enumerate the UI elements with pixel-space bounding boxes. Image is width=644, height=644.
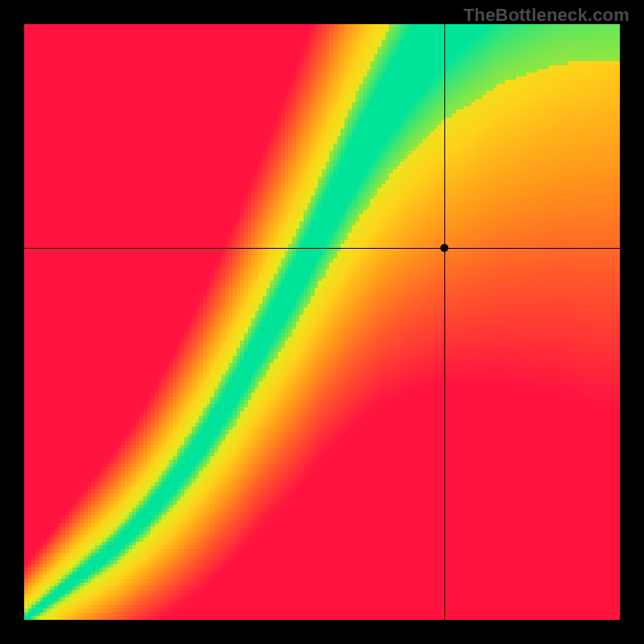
watermark-text: TheBottleneck.com xyxy=(464,5,630,26)
crosshair-vertical xyxy=(444,24,445,620)
heatmap-plot xyxy=(24,24,620,620)
marker-dot xyxy=(440,244,448,252)
chart-frame: TheBottleneck.com xyxy=(0,0,644,644)
heatmap-canvas xyxy=(24,24,620,620)
crosshair-horizontal xyxy=(24,248,620,249)
